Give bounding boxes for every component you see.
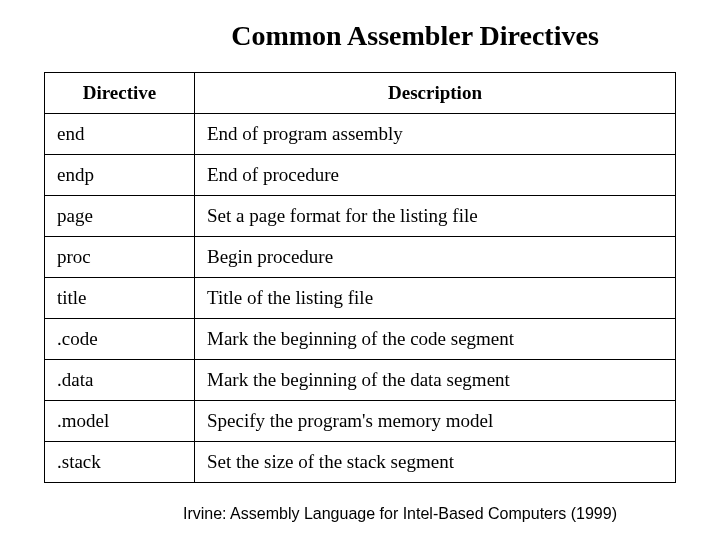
table-row: title Title of the listing file [45, 278, 676, 319]
table-row: end End of program assembly [45, 114, 676, 155]
table-row: .model Specify the program's memory mode… [45, 401, 676, 442]
cell-description: Set the size of the stack segment [195, 442, 676, 483]
cell-directive: .stack [45, 442, 195, 483]
table-row: .stack Set the size of the stack segment [45, 442, 676, 483]
cell-directive: endp [45, 155, 195, 196]
cell-description: Mark the beginning of the code segment [195, 319, 676, 360]
table-header-row: Directive Description [45, 73, 676, 114]
directives-table: Directive Description end End of program… [44, 72, 676, 483]
cell-directive: end [45, 114, 195, 155]
cell-directive: .model [45, 401, 195, 442]
cell-directive: page [45, 196, 195, 237]
cell-description: Set a page format for the listing file [195, 196, 676, 237]
cell-description: End of procedure [195, 155, 676, 196]
cell-description: Begin procedure [195, 237, 676, 278]
slide-footer: Irvine: Assembly Language for Intel-Base… [124, 505, 676, 523]
header-directive: Directive [45, 73, 195, 114]
table-row: page Set a page format for the listing f… [45, 196, 676, 237]
table-row: .code Mark the beginning of the code seg… [45, 319, 676, 360]
table-row: proc Begin procedure [45, 237, 676, 278]
cell-description: End of program assembly [195, 114, 676, 155]
cell-directive: proc [45, 237, 195, 278]
cell-description: Title of the listing file [195, 278, 676, 319]
cell-directive: title [45, 278, 195, 319]
slide: Common Assembler Directives Directive De… [0, 0, 720, 540]
table-container: Directive Description end End of program… [44, 72, 676, 483]
cell-directive: .data [45, 360, 195, 401]
cell-description: Mark the beginning of the data segment [195, 360, 676, 401]
cell-description: Specify the program's memory model [195, 401, 676, 442]
header-description: Description [195, 73, 676, 114]
table-row: .data Mark the beginning of the data seg… [45, 360, 676, 401]
table-row: endp End of procedure [45, 155, 676, 196]
cell-directive: .code [45, 319, 195, 360]
slide-title: Common Assembler Directives [154, 20, 676, 52]
